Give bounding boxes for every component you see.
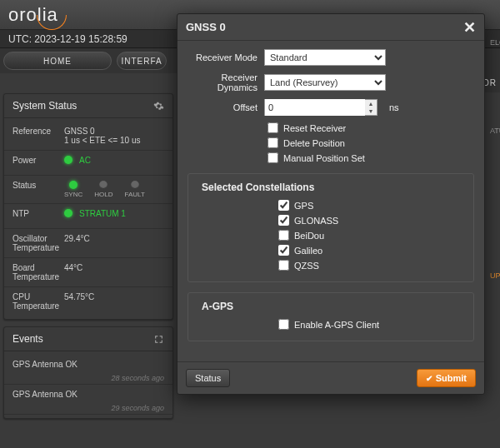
status-value: AC xyxy=(79,156,91,165)
receiver-mode-row: Receiver Mode Standard xyxy=(188,49,474,66)
receiver-mode-select[interactable]: Standard xyxy=(264,49,386,66)
panel-title: System Status xyxy=(12,100,77,112)
status-value: 54.75°C xyxy=(64,292,94,301)
gps-checkbox[interactable] xyxy=(278,200,289,211)
sync-led-icon xyxy=(69,181,78,189)
system-status-panel: System Status Reference GNSS 0 1 us < ET… xyxy=(3,93,173,320)
constellations-fieldset: Selected Constellations GPS GLONASS BeiD… xyxy=(188,173,474,282)
ntp-led-icon xyxy=(64,209,72,217)
status-value: 29.4°C xyxy=(64,234,90,243)
offset-input[interactable] xyxy=(265,99,365,116)
offset-unit: ns xyxy=(389,102,399,112)
offset-row: Offset ▲▼ ns xyxy=(188,99,474,116)
right-fragment-up: UP xyxy=(488,266,500,285)
status-osc-temp: Oscillator Temperature 29.4°C xyxy=(4,229,172,258)
status-board-temp: Board Temperature 44°C xyxy=(4,258,172,287)
offset-input-wrap: ▲▼ xyxy=(264,99,378,116)
status-reference: Reference GNSS 0 1 us < ETE <= 10 us xyxy=(4,122,172,151)
status-value: 44°C xyxy=(64,263,82,272)
modal-titlebar: GNSS 0 ✕ xyxy=(178,14,484,41)
delete-position-checkbox[interactable] xyxy=(268,137,278,148)
checkbox-label: GPS xyxy=(294,201,313,211)
checkbox-label: Galileo xyxy=(294,246,322,256)
modal-body: Receiver Mode Standard Receiver Dynamics… xyxy=(178,41,484,361)
panel-header: System Status xyxy=(4,94,172,118)
submit-label: Submit xyxy=(436,373,467,383)
checkbox-label: QZSS xyxy=(294,261,319,271)
nav-home[interactable]: HOME xyxy=(3,52,112,70)
status-label: Board Temperature xyxy=(12,263,64,281)
status-button[interactable]: Status xyxy=(186,369,230,387)
event-time: 28 seconds ago xyxy=(111,374,164,382)
field-label: Receiver Dynamics xyxy=(188,72,258,92)
checkbox-label: Manual Position Set xyxy=(283,153,365,163)
fault-led-icon xyxy=(131,181,139,189)
fieldset-title: A-GPS xyxy=(198,301,237,312)
close-icon[interactable]: ✕ xyxy=(463,22,476,33)
field-label: Offset xyxy=(188,102,258,112)
receiver-dynamics-row: Receiver Dynamics Land (Resurvey) xyxy=(188,72,474,92)
status-label: NTP xyxy=(12,209,64,218)
agps-fieldset: A-GPS Enable A-GPS Client xyxy=(188,292,474,341)
logo: orolia xyxy=(8,4,58,26)
hold-led-icon xyxy=(99,181,108,189)
status-label: CPU Temperature xyxy=(12,292,64,311)
event-title: GPS Antenna OK xyxy=(12,390,164,399)
gear-icon[interactable] xyxy=(153,101,164,112)
checkbox-label: Delete Position xyxy=(283,138,345,148)
glonass-checkbox[interactable] xyxy=(278,215,289,226)
spinner-icon[interactable]: ▲▼ xyxy=(365,100,377,115)
reset-receiver-checkbox[interactable] xyxy=(268,122,278,133)
manual-position-checkbox[interactable] xyxy=(268,152,278,163)
gnss-modal: GNSS 0 ✕ Receiver Mode Standard Receiver… xyxy=(177,13,485,395)
status-label: Power xyxy=(12,156,64,165)
field-label: Receiver Mode xyxy=(188,52,258,62)
modal-title: GNSS 0 xyxy=(186,21,226,33)
status-label: Reference xyxy=(12,127,64,136)
event-title: GPS Antenna OK xyxy=(12,360,164,369)
delete-position-row: Delete Position xyxy=(268,137,474,148)
checkbox-label: Enable A-GPS Client xyxy=(294,320,379,330)
event-item: GPS Antenna OK 28 seconds ago xyxy=(4,355,172,385)
status-cpu-temp: CPU Temperature 54.75°C xyxy=(4,287,172,316)
event-item: GPS Antenna OK 29 seconds ago xyxy=(4,385,172,415)
panel-title: Events xyxy=(12,333,43,345)
beidou-checkbox[interactable] xyxy=(278,230,289,241)
submit-button[interactable]: ✔ Submit xyxy=(417,369,476,387)
status-label: Status xyxy=(12,181,64,190)
right-fragment-elc: ELC xyxy=(488,33,500,52)
power-led-icon xyxy=(64,156,72,164)
receiver-dynamics-select[interactable]: Land (Resurvey) xyxy=(264,74,386,91)
checkbox-label: BeiDou xyxy=(294,231,324,241)
check-icon: ✔ xyxy=(426,374,432,383)
expand-icon[interactable] xyxy=(153,334,164,345)
event-time: 29 seconds ago xyxy=(111,404,164,412)
status-sync: Status SYNC HOLD FAULT xyxy=(4,176,172,204)
checkbox-label: GLONASS xyxy=(294,216,338,226)
right-fragment-atur: ATUR xyxy=(488,122,500,140)
logo-arc-icon xyxy=(37,15,67,30)
events-panel: Events GPS Antenna OK 28 seconds ago GPS… xyxy=(3,326,173,419)
checkbox-label: Reset Receiver xyxy=(283,123,346,133)
status-value: GNSS 0 1 us < ETE <= 10 us xyxy=(64,127,140,145)
modal-footer: Status ✔ Submit xyxy=(178,361,484,394)
status-label: Oscillator Temperature xyxy=(12,234,64,252)
left-column: System Status Reference GNSS 0 1 us < ET… xyxy=(3,93,173,426)
qzss-checkbox[interactable] xyxy=(278,260,289,271)
panel-header: Events xyxy=(4,327,172,351)
galileo-checkbox[interactable] xyxy=(278,245,289,256)
agps-enable-checkbox[interactable] xyxy=(278,319,289,330)
status-leds: SYNC HOLD FAULT xyxy=(64,181,145,198)
reset-receiver-row: Reset Receiver xyxy=(268,122,474,133)
status-ntp: NTP STRATUM 1 xyxy=(4,204,172,229)
status-value: STRATUM 1 xyxy=(79,209,126,218)
status-power: Power AC xyxy=(4,151,172,176)
nav-interfaces[interactable]: INTERFA xyxy=(117,52,167,70)
manual-position-row: Manual Position Set xyxy=(268,152,474,163)
fieldset-title: Selected Constellations xyxy=(198,182,318,193)
